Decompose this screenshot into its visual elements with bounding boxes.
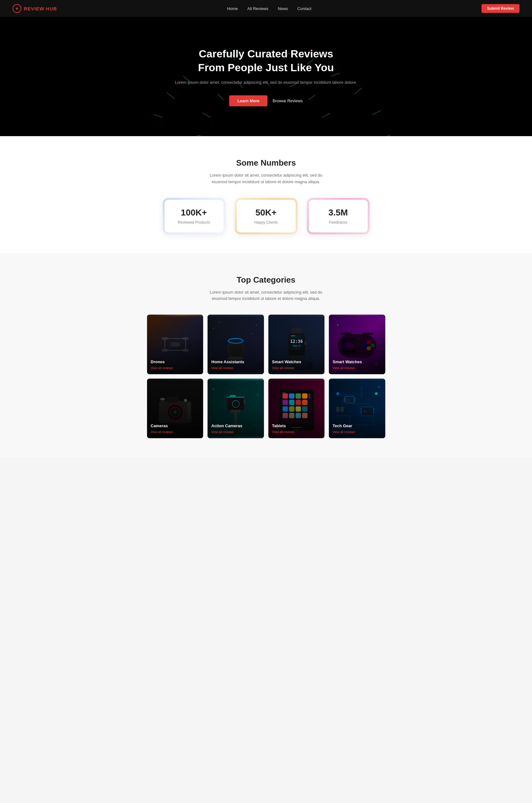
categories-title: Top Categories — [13, 275, 519, 285]
action-cameras-info: Action Cameras View all reviews — [211, 424, 242, 434]
stat-label-products: Reviewed Products — [171, 220, 217, 225]
tablets-link[interactable]: View all reviews — [272, 430, 294, 434]
svg-line-36 — [197, 135, 206, 136]
browse-reviews-button[interactable]: Browse Reviews — [272, 98, 303, 103]
category-card-tech[interactable]: IC-01 PROC-X Tech Gear View all reviews — [329, 379, 385, 438]
cameras-info: Cameras View all reviews — [151, 424, 173, 434]
nav-news[interactable]: News — [278, 6, 288, 11]
learn-more-button[interactable]: Learn More — [229, 95, 267, 106]
smart-watches-1-info: Smart Watches View all reviews — [272, 359, 301, 371]
stat-card-products: 100K+ Reviewed Products — [163, 198, 225, 234]
categories-grid-row2: Cameras View all reviews — [147, 379, 385, 438]
stat-number-feedbacks: 3.5M — [315, 208, 361, 218]
tech-info: Tech Gear View all reviews — [332, 424, 355, 434]
cameras-link[interactable]: View all reviews — [151, 430, 173, 434]
nav-contact[interactable]: Contact — [298, 6, 311, 11]
category-card-drones[interactable]: 4236 Drones View all reviews — [147, 315, 204, 374]
home-assistants-info: Home Assistants View all reviews — [211, 359, 244, 371]
submit-review-button[interactable]: Submit Review — [481, 4, 519, 13]
hero-section: Carefully Curated Reviews From People Ju… — [0, 17, 532, 136]
hero-buttons: Learn More Browse Reviews — [175, 95, 357, 106]
stats-cards: 100K+ Reviewed Products 50K+ Happy Clien… — [13, 198, 519, 234]
drones-link[interactable]: View all reviews — [151, 366, 173, 370]
nav-home[interactable]: Home — [227, 6, 238, 11]
navbar: ★ REVIEW HUB Home All Reviews News Conta… — [0, 0, 532, 17]
svg-line-5 — [373, 110, 381, 114]
stat-card-clients: 50K+ Happy Clients — [235, 198, 298, 234]
logo[interactable]: ★ REVIEW HUB — [13, 4, 57, 13]
action-cameras-name: Action Cameras — [211, 424, 242, 428]
svg-line-6 — [381, 135, 390, 136]
categories-grid-row1: 4236 Drones View all reviews — [147, 315, 385, 374]
category-card-smart-watches-1[interactable]: 12:36 WED 14 — [268, 315, 325, 374]
categories-section: Top Categories Lorem ipsum dolor sit ame… — [0, 253, 532, 457]
svg-line-20 — [167, 93, 175, 98]
nav-menu: Home All Reviews News Contact — [227, 6, 311, 11]
drones-info: Drones View all reviews — [151, 359, 173, 371]
stat-card-feedbacks: 3.5M Feedbacks — [307, 198, 369, 234]
smart-watches-2-info: Smart Watches View all reviews — [332, 359, 362, 371]
category-card-action-cameras[interactable]: Action Cameras View all reviews — [208, 379, 264, 438]
svg-line-27 — [322, 113, 330, 117]
numbers-subtitle: Lorem ipsum dolor sit amet, consectetur … — [204, 172, 329, 185]
action-cameras-link[interactable]: View all reviews — [211, 430, 233, 434]
stat-label-feedbacks: Feedbacks — [315, 220, 361, 225]
categories-subtitle: Lorem ipsum dolor sit amet, consectetur … — [204, 289, 329, 302]
smart-watches-2-name: Smart Watches — [332, 359, 362, 364]
tablets-name: Tablets — [272, 424, 294, 428]
smart-watches-2-link[interactable]: View all reviews — [332, 366, 355, 370]
hero-subtitle: Lorem ipsum dolor amet, consectetur adip… — [175, 79, 357, 86]
nav-all-reviews[interactable]: All Reviews — [247, 6, 268, 11]
hero-title: Carefully Curated Reviews From People Ju… — [175, 47, 357, 74]
category-card-tablets[interactable]: 9:41 Tablets View all reviews — [268, 379, 325, 438]
tech-name: Tech Gear — [332, 424, 355, 428]
stat-label-clients: Happy Clients — [243, 220, 289, 225]
home-assistants-link[interactable]: View all reviews — [211, 366, 233, 370]
cameras-name: Cameras — [151, 424, 173, 428]
category-card-smart-watches-2[interactable]: Smart Watches View all reviews — [329, 315, 385, 374]
svg-line-19 — [154, 114, 163, 117]
hero-content: Carefully Curated Reviews From People Ju… — [175, 47, 357, 106]
category-card-cameras[interactable]: Cameras View all reviews — [147, 379, 204, 438]
stat-number-clients: 50K+ — [243, 208, 289, 218]
star-icon: ★ — [15, 6, 19, 11]
smart-watches-1-link[interactable]: View all reviews — [272, 366, 294, 370]
stat-number-products: 100K+ — [171, 208, 217, 218]
stat-inner-clients: 50K+ Happy Clients — [237, 200, 296, 232]
numbers-section: Some Numbers Lorem ipsum dolor sit amet,… — [0, 136, 532, 253]
svg-line-37 — [202, 113, 210, 117]
numbers-title: Some Numbers — [13, 158, 519, 168]
logo-text: REVIEW HUB — [24, 6, 57, 11]
category-card-home-assistants[interactable]: Home Assistants View all reviews — [208, 315, 264, 374]
drones-name: Drones — [151, 359, 173, 364]
smart-watches-1-name: Smart Watches — [272, 359, 301, 364]
stat-inner-feedbacks: 3.5M Feedbacks — [309, 200, 368, 232]
tablets-info: Tablets View all reviews — [272, 424, 294, 434]
logo-icon: ★ — [13, 4, 21, 13]
tech-link[interactable]: View all reviews — [332, 430, 355, 434]
home-assistants-name: Home Assistants — [211, 359, 244, 364]
stat-inner-products: 100K+ Reviewed Products — [165, 200, 224, 232]
